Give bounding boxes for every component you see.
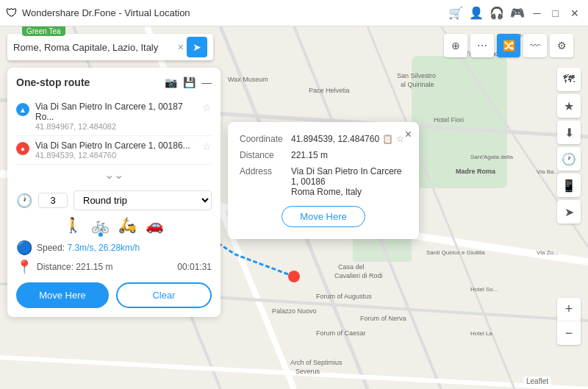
location-arrow-btn[interactable]: ➤ xyxy=(557,200,581,224)
route-item-2: ● Via Di San Pietro In Carcere 1, 00186.… xyxy=(16,136,212,165)
route-title: One-stop route xyxy=(16,76,165,88)
route-coords-2: 41.894539, 12.484760 xyxy=(35,151,196,160)
info-popup: × Coordinate 41.894539, 12.484760 📋 ☆ Di… xyxy=(228,122,419,239)
top-toolbar: × ➤ ⊕ ⋯ 🔀 〰 ⚙ xyxy=(7,34,581,60)
svg-text:Via Zu...: Via Zu... xyxy=(537,249,559,256)
shop-icon[interactable]: 🛒 xyxy=(448,6,463,20)
copy-icon[interactable]: 📋 xyxy=(382,134,393,144)
star-coord-icon[interactable]: ☆ xyxy=(396,134,404,144)
svg-text:al Quirinale: al Quirinale xyxy=(401,81,434,88)
expand-button[interactable]: ⌄⌄ xyxy=(16,165,212,185)
green-tea-badge: Green Tea xyxy=(22,26,65,36)
trip-type-select[interactable]: Round trip One way Infinite loop xyxy=(74,190,212,210)
titlebar: 🛡 Wondershare Dr.Fone - Virtual Location… xyxy=(0,0,588,26)
popup-close-button[interactable]: × xyxy=(405,128,412,141)
route-star-2[interactable]: ☆ xyxy=(202,140,212,152)
clear-search-icon[interactable]: × xyxy=(178,41,184,53)
route-address-1: Via Di San Pietro In Carcere 1, 00187 Ro… xyxy=(35,101,196,122)
sidebar-header: One-stop route 📷 💾 — xyxy=(16,76,212,88)
distance-value: 221.15 m xyxy=(76,262,112,272)
svg-text:Forum of Nerva: Forum of Nerva xyxy=(360,315,406,322)
svg-line-10 xyxy=(0,357,588,389)
route-item-1: ▲ Via Di San Pietro In Carcere 1, 00187 … xyxy=(16,97,212,136)
toolbar-route-btn[interactable]: 🔀 xyxy=(497,34,520,57)
speed-row: 🔵 Speed: 7.3m/s, 26.28km/h xyxy=(16,240,212,256)
favorite-btn[interactable]: ★ xyxy=(557,94,581,118)
zoom-in-button[interactable]: + xyxy=(557,298,581,321)
search-box: × ➤ xyxy=(7,34,213,60)
close-btn[interactable]: ✕ xyxy=(567,7,582,19)
title-controls: 🛒 👤 🎧 🎮 ─ □ ✕ xyxy=(448,6,582,20)
popup-move-button[interactable]: Move Here xyxy=(282,206,365,227)
clear-button[interactable]: Clear xyxy=(116,282,212,308)
route-coords-1: 41.894967, 12.484082 xyxy=(35,122,196,131)
svg-text:Arch of Septimius: Arch of Septimius xyxy=(290,359,343,366)
toolbar-teleport-btn[interactable]: ⊕ xyxy=(444,34,467,57)
trip-count-input[interactable] xyxy=(38,193,68,208)
toolbar-path-btn[interactable]: 〰 xyxy=(523,34,547,57)
route-star-1[interactable]: ☆ xyxy=(202,101,212,113)
time-value: 00:01:31 xyxy=(177,262,212,272)
route-text-2: Via Di San Pietro In Carcere 1, 00186...… xyxy=(35,140,196,160)
route-dot-2: ● xyxy=(16,142,29,155)
walk-icon[interactable]: 🚶 xyxy=(64,216,82,234)
download-btn[interactable]: ⬇ xyxy=(557,121,581,144)
headset-icon[interactable]: 🎧 xyxy=(490,6,504,20)
user-icon[interactable]: 👤 xyxy=(469,6,484,20)
go-button[interactable]: ➤ xyxy=(187,37,207,57)
search-input[interactable] xyxy=(13,42,178,53)
screenshot-icon[interactable]: 📷 xyxy=(165,76,177,88)
route-address-2: Via Di San Pietro In Carcere 1, 00186... xyxy=(35,140,196,151)
app-title: Wondershare Dr.Fone - Virtual Location xyxy=(22,7,448,18)
route-options: 🕐 Round trip One way Infinite loop xyxy=(16,190,212,210)
coordinate-label: Coordinate xyxy=(240,134,291,144)
coordinate-value: 41.894539, 12.484760 📋 ☆ xyxy=(291,134,407,144)
game-icon[interactable]: 🎮 xyxy=(510,6,525,20)
route-dot-1: ▲ xyxy=(16,103,29,116)
collapse-icon[interactable]: — xyxy=(201,76,212,88)
history-btn[interactable]: 🕐 xyxy=(557,147,581,171)
svg-text:Wax Museum: Wax Museum xyxy=(228,76,268,83)
toolbar-settings-btn[interactable]: ⚙ xyxy=(550,34,573,57)
svg-text:Casa del: Casa del xyxy=(338,263,365,271)
pin-icon: 📍 xyxy=(16,259,32,275)
action-buttons: Move Here Clear xyxy=(16,282,212,308)
google-maps-btn[interactable]: 🗺 xyxy=(557,68,581,91)
car-icon[interactable]: 🚗 xyxy=(146,216,164,234)
toolbar-multi-btn[interactable]: ⋯ xyxy=(470,34,494,57)
move-here-button[interactable]: Move Here xyxy=(16,282,109,308)
bike-icon[interactable]: 🚲 xyxy=(91,216,110,234)
address-popup-label: Address xyxy=(240,166,291,197)
zoom-controls: + − xyxy=(557,298,581,345)
svg-text:San Silvestro: San Silvestro xyxy=(397,72,436,79)
svg-text:Hotel La: Hotel La xyxy=(470,330,492,337)
app-icon: 🛡 xyxy=(6,7,18,20)
svg-text:Cavalieri di Rodi: Cavalieri di Rodi xyxy=(334,272,383,279)
scooter-icon[interactable]: 🛵 xyxy=(118,216,137,234)
sidebar-header-icons: 📷 💾 — xyxy=(165,76,212,88)
zoom-out-button[interactable]: − xyxy=(557,321,581,345)
svg-point-14 xyxy=(288,271,300,282)
svg-text:Via Ba...: Via Ba... xyxy=(537,168,559,175)
toolbar-icons: ⊕ ⋯ 🔀 〰 ⚙ xyxy=(444,34,573,57)
svg-text:Forum of Caesar: Forum of Caesar xyxy=(316,329,366,337)
svg-text:Sant'Agata della: Sant'Agata della xyxy=(470,154,514,160)
svg-rect-1 xyxy=(412,56,507,188)
distance-text: Distance: 221.15 m xyxy=(37,262,173,272)
clock-icon: 🕐 xyxy=(16,193,32,209)
leaflet-badge: Leaflet xyxy=(523,376,551,386)
svg-text:Madre Roma: Madre Roma xyxy=(456,168,496,175)
speedometer-icon: 🔵 xyxy=(16,240,32,256)
route-text-1: Via Di San Pietro In Carcere 1, 00187 Ro… xyxy=(35,101,196,131)
svg-text:Hotel Fiori: Hotel Fiori xyxy=(434,116,464,124)
maximize-btn[interactable]: □ xyxy=(550,7,562,19)
speed-text: Speed: 7.3m/s, 26.28km/h xyxy=(37,243,140,253)
device-btn[interactable]: 📱 xyxy=(557,174,581,197)
coordinate-row: Coordinate 41.894539, 12.484760 📋 ☆ xyxy=(240,134,407,144)
map-area: Wax Museum Pace Helvetia San Silvestro a… xyxy=(0,26,588,389)
sidebar-panel: One-stop route 📷 💾 — ▲ Via Di San Pietro… xyxy=(7,68,220,317)
svg-text:Severus: Severus xyxy=(295,368,320,375)
transport-icons: 🚶 🚲 🛵 🚗 xyxy=(16,216,212,234)
minimize-btn[interactable]: ─ xyxy=(531,7,544,19)
save-route-icon[interactable]: 💾 xyxy=(183,76,196,88)
